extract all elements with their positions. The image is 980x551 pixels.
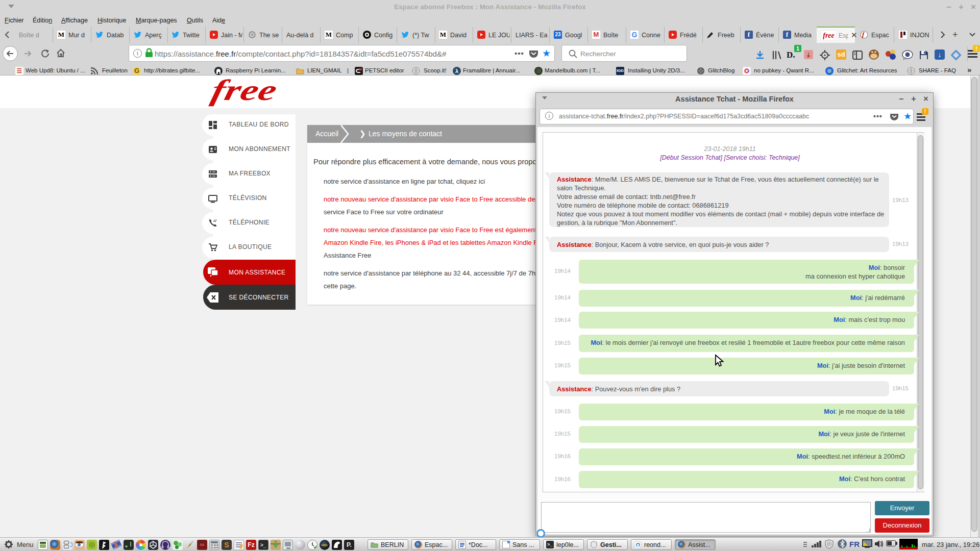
svg-text:free: free <box>208 74 280 107</box>
